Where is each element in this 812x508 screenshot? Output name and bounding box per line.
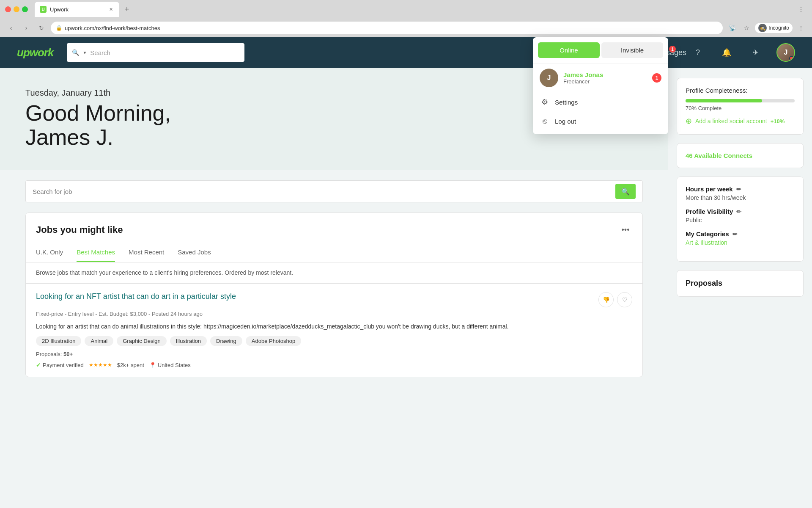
tag-illustration[interactable]: Illustration xyxy=(170,336,207,346)
job-proposals: Proposals: 50+ xyxy=(36,351,632,357)
dropdown-user-name[interactable]: James Jonas xyxy=(563,71,647,78)
settings-label: Settings xyxy=(555,99,578,106)
minimize-window-btn[interactable] xyxy=(14,6,19,12)
user-avatar-btn[interactable]: J xyxy=(776,43,795,62)
progress-text: 70% Complete xyxy=(686,105,795,111)
job-search-button[interactable]: 🔍 xyxy=(615,184,636,199)
profile-completeness-title: Profile Completeness: xyxy=(686,87,795,94)
dropdown-logout-item[interactable]: ⎋ Log out xyxy=(533,112,668,131)
tag-2d-illustration[interactable]: 2D Illustration xyxy=(36,336,81,346)
job-footer: ✔ Payment verified ★★★★★ $2k+ spent 📍 Un… xyxy=(36,362,632,368)
tab-best-matches[interactable]: Best Matches xyxy=(77,243,115,262)
browser-more-btn[interactable]: ⋮ xyxy=(795,3,807,15)
settings-icon: ⚙ xyxy=(540,97,550,107)
search-icon: 🔍 xyxy=(72,49,79,56)
profile-completeness-card: Profile Completeness: 70% Complete ⊕ Add… xyxy=(677,78,804,135)
client-spent: $2k+ spent xyxy=(117,362,144,368)
job-location: 📍 United States xyxy=(149,362,191,368)
search-dropdown-arrow: ▼ xyxy=(82,50,87,55)
upwork-logo[interactable]: upwork xyxy=(17,46,53,59)
close-window-btn[interactable] xyxy=(5,6,11,12)
payment-verified-label: Payment verified xyxy=(43,362,84,368)
browser-menu-btn[interactable]: ⋮ xyxy=(795,22,807,34)
lock-icon: 🔒 xyxy=(56,25,62,31)
logout-label: Log out xyxy=(555,118,576,125)
top-nav: upwork 🔍 ▼ Search Find Work My Jobs Repo… xyxy=(0,37,812,68)
logout-icon: ⎋ xyxy=(540,117,550,126)
proposals-icon-btn[interactable]: ✈ xyxy=(748,45,763,60)
jobs-title: Jobs you might like xyxy=(36,224,123,235)
back-btn[interactable]: ‹ xyxy=(5,22,17,34)
notifications-btn[interactable]: 🔔 xyxy=(719,45,734,60)
bookmark-icon[interactable]: ☆ xyxy=(741,22,752,34)
address-text: upwork.com/nx/find-work/best-matches xyxy=(65,25,718,31)
status-invisible-btn[interactable]: Invisible xyxy=(601,42,663,58)
job-level: Entry level xyxy=(68,311,94,317)
tag-animal[interactable]: Animal xyxy=(85,336,113,346)
proposals-count: 50+ xyxy=(63,351,73,357)
incognito-btn[interactable]: 🕵 Incognito xyxy=(755,23,793,33)
add-social-account-link[interactable]: Add a linked social account xyxy=(695,118,767,124)
location-text: United States xyxy=(158,362,191,368)
job-listing-title[interactable]: Looking for an NFT artist that can do ar… xyxy=(36,292,236,301)
job-listing: Looking for an NFT artist that can do ar… xyxy=(26,283,642,377)
app: upwork 🔍 ▼ Search Find Work My Jobs Repo… xyxy=(0,37,812,508)
jobs-card: Jobs you might like ••• U.K. Only Best M… xyxy=(25,213,643,377)
logo-text: upwork xyxy=(17,46,53,59)
job-description: Looking for an artist that can do animal… xyxy=(36,322,632,331)
edit-categories-btn[interactable]: ✏ xyxy=(732,231,738,237)
forward-btn[interactable]: › xyxy=(20,22,32,34)
dislike-job-btn[interactable]: 👎 xyxy=(598,292,614,307)
save-job-btn[interactable]: ♡ xyxy=(617,292,632,307)
profile-action: ⊕ Add a linked social account +10% xyxy=(686,116,795,126)
dropdown-settings-item[interactable]: ⚙ Settings xyxy=(533,92,668,112)
hero-greeting-line2: James J. xyxy=(25,125,113,149)
browser-titlebar: U Upwork ✕ + ⋮ xyxy=(0,0,812,19)
edit-visibility-btn[interactable]: ✏ xyxy=(736,208,741,215)
profile-visibility-label: Profile Visibility xyxy=(686,208,733,215)
job-posted: 24 hours ago xyxy=(170,311,203,317)
tab-saved-jobs[interactable]: Saved Jobs xyxy=(178,243,211,262)
client-rating: ★★★★★ xyxy=(89,362,112,368)
search-section: 🔍 xyxy=(0,170,668,213)
location-pin-icon: 📍 xyxy=(149,362,156,368)
job-search-input[interactable] xyxy=(33,188,610,195)
connects-title[interactable]: 46 Available Connects xyxy=(686,152,795,159)
tab-uk-only[interactable]: U.K. Only xyxy=(36,243,63,262)
jobs-section: Jobs you might like ••• U.K. Only Best M… xyxy=(0,213,668,377)
tag-adobe-photoshop[interactable]: Adobe Photoshop xyxy=(246,336,301,346)
address-bar[interactable]: 🔒 upwork.com/nx/find-work/best-matches xyxy=(51,22,723,34)
proposals-title: Proposals xyxy=(686,279,795,288)
tab-title: Upwork xyxy=(50,6,69,13)
jobs-tabs: U.K. Only Best Matches Most Recent Saved… xyxy=(26,243,642,262)
help-btn[interactable]: ? xyxy=(690,45,705,60)
nav-search-bar[interactable]: 🔍 ▼ Search xyxy=(67,43,244,62)
edit-hours-btn[interactable]: ✏ xyxy=(736,186,741,193)
search-placeholder: Search xyxy=(90,49,110,56)
cast-icon[interactable]: 📡 xyxy=(726,22,738,34)
available-connects-card: 46 Available Connects xyxy=(677,143,804,168)
incognito-icon: 🕵 xyxy=(758,24,767,32)
tab-close-btn[interactable]: ✕ xyxy=(107,6,114,13)
hours-per-week-value: More than 30 hrs/week xyxy=(686,194,795,201)
dropdown-notification-badge: 1 xyxy=(652,73,661,83)
maximize-window-btn[interactable] xyxy=(22,6,28,12)
browser-tab[interactable]: U Upwork ✕ xyxy=(35,2,119,17)
job-budget: $3,000 xyxy=(130,311,147,317)
hero-greeting-line1: Good Morning, xyxy=(25,101,171,125)
category-art-illustration[interactable]: Art & Illustration xyxy=(686,239,795,246)
sidebar: Profile Completeness: 70% Complete ⊕ Add… xyxy=(668,68,812,508)
status-online-btn[interactable]: Online xyxy=(538,42,600,58)
job-tags: 2D Illustration Animal Graphic Design Il… xyxy=(36,336,632,346)
tag-graphic-design[interactable]: Graphic Design xyxy=(117,336,167,346)
tag-drawing[interactable]: Drawing xyxy=(210,336,242,346)
refresh-btn[interactable]: ↻ xyxy=(36,22,47,34)
tab-most-recent[interactable]: Most Recent xyxy=(129,243,164,262)
address-bar-row: ‹ › ↻ 🔒 upwork.com/nx/find-work/best-mat… xyxy=(0,19,812,37)
plus-circle-icon: ⊕ xyxy=(686,116,692,126)
new-tab-btn[interactable]: + xyxy=(121,3,133,15)
online-status-dot xyxy=(789,56,794,61)
jobs-menu-btn[interactable]: ••• xyxy=(619,223,632,237)
dropdown-avatar: J xyxy=(540,69,558,87)
browser-actions: 📡 ☆ 🕵 Incognito ⋮ xyxy=(726,22,807,34)
